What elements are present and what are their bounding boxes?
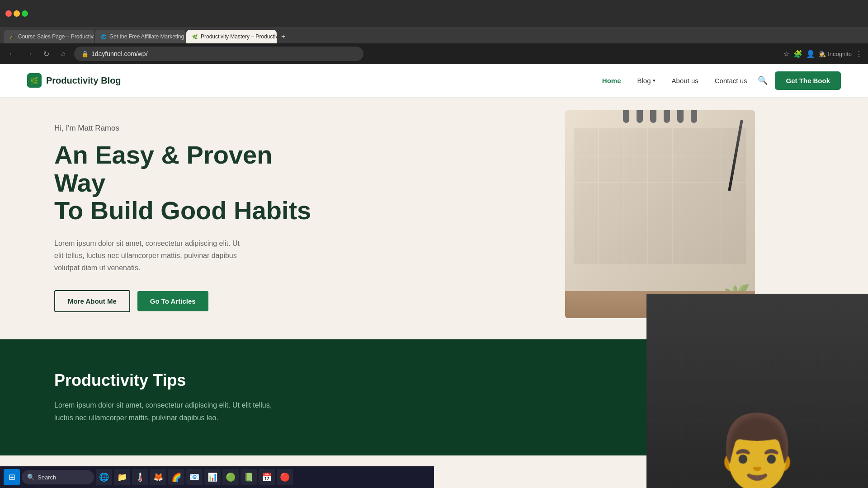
nav-blog[interactable]: Blog ▾ — [637, 77, 656, 84]
window-controls[interactable] — [5, 10, 28, 17]
hero-title-line2: To Build Good Habits — [54, 196, 311, 225]
go-to-articles-button[interactable]: Go To Articles — [137, 291, 208, 311]
search-icon[interactable]: 🔍 — [758, 75, 768, 85]
hero-title-line1: An Easy & Proven Way — [54, 141, 272, 197]
section-body: Lorem ipsum dolor sit amet, consectetur … — [54, 399, 280, 423]
video-person: 👨 — [646, 294, 868, 455]
hero-buttons: More About Me Go To Articles — [54, 290, 316, 312]
close-window-button[interactable] — [5, 10, 12, 17]
tab-2-favicon: 🌐 — [100, 33, 107, 40]
person-avatar: 👨 — [712, 416, 802, 455]
nav-blog-label: Blog — [637, 77, 651, 84]
nav-links: Home Blog ▾ About us Contact us — [602, 77, 747, 84]
planner-background: 🌿 — [565, 110, 755, 318]
chevron-down-icon: ▾ — [653, 78, 656, 84]
logo-icon: 🌿 — [27, 73, 42, 88]
tab-3[interactable]: 🌿 Productivity Mastery – Productivit... … — [186, 30, 277, 43]
reload-button[interactable]: ↻ — [40, 47, 52, 60]
extensions-icon[interactable]: 🧩 — [793, 50, 802, 58]
bookmark-icon[interactable]: ☆ — [783, 50, 790, 58]
forward-button[interactable]: → — [23, 47, 35, 60]
browser-toolbar: ☆ 🧩 👤 🕵️ Incognito ⋮ — [783, 50, 863, 58]
home-button[interactable]: ⌂ — [57, 47, 70, 60]
incognito-badge: 🕵️ Incognito — [819, 51, 852, 57]
more-about-me-button[interactable]: More About Me — [54, 290, 130, 312]
navbar: 🌿 Productivity Blog Home Blog ▾ About us… — [0, 64, 868, 97]
logo[interactable]: 🌿 Productivity Blog — [27, 73, 121, 88]
back-button[interactable]: ← — [5, 47, 18, 60]
new-tab-button[interactable]: + — [278, 30, 289, 43]
tab-2-title: Get the Free Affiliate Marketing — [109, 33, 184, 40]
video-overlay: 👨 — [646, 294, 868, 455]
incognito-icon: 🕵️ — [819, 51, 826, 57]
hero-body: Lorem ipsum dolor sit amet, consectetur … — [54, 237, 244, 274]
nav-home[interactable]: Home — [602, 77, 621, 84]
tab-1-favicon: 🎓 — [9, 33, 15, 40]
logo-text: Productivity Blog — [46, 75, 121, 86]
maximize-window-button[interactable] — [22, 10, 28, 17]
hero-content: Hi, I'm Matt Ramos An Easy & Proven Way … — [54, 124, 316, 312]
settings-icon[interactable]: ⋮ — [855, 50, 863, 58]
nav-about[interactable]: About us — [672, 77, 698, 84]
tab-1[interactable]: 🎓 Course Sales Page – Productivit... ✕ — [4, 30, 94, 43]
url-input[interactable]: 🔒 1dayfunnel.com/wp/ — [74, 47, 363, 61]
address-bar: ← → ↻ ⌂ 🔒 1dayfunnel.com/wp/ ☆ 🧩 👤 🕵️ In… — [0, 43, 868, 64]
tab-bar: 🎓 Course Sales Page – Productivit... ✕ 🌐… — [0, 27, 868, 43]
tab-3-title: Productivity Mastery – Productivit... — [201, 33, 277, 40]
hero-greeting: Hi, I'm Matt Ramos — [54, 124, 316, 133]
minimize-window-button[interactable] — [14, 10, 20, 17]
tab-1-title: Course Sales Page – Productivit... — [18, 33, 94, 40]
hero-title: An Easy & Proven Way To Build Good Habit… — [54, 141, 316, 225]
url-text: 1dayfunnel.com/wp/ — [91, 50, 148, 57]
tab-2[interactable]: 🌐 Get the Free Affiliate Marketing ✕ — [95, 30, 185, 43]
browser-chrome — [0, 0, 868, 27]
tab-3-favicon: 🌿 — [192, 33, 198, 40]
profile-icon[interactable]: 👤 — [806, 50, 815, 58]
nav-contact[interactable]: Contact us — [715, 77, 747, 84]
get-book-button[interactable]: Get The Book — [775, 71, 841, 90]
incognito-label: Incognito — [828, 51, 852, 57]
hero-image: 🌿 — [565, 110, 755, 318]
